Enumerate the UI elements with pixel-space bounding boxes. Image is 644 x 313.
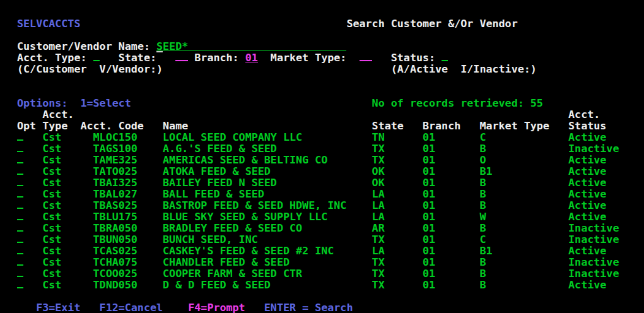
f3-exit-key[interactable]: F3=Exit bbox=[36, 302, 80, 313]
opt-input[interactable] bbox=[17, 143, 23, 152]
cell-branch: 01 bbox=[423, 177, 435, 188]
cell-branch: 01 bbox=[423, 188, 435, 199]
cell-acct-type: Cst bbox=[42, 199, 61, 211]
branch-label: Branch: bbox=[194, 52, 238, 63]
cell-state: TX bbox=[372, 143, 385, 154]
table-row: Cst TATO025 ATOKA FEED & SEED OK 01 B1 A… bbox=[0, 165, 644, 177]
table-row: Cst TAME325 AMERICAS SEED & BELTING CO T… bbox=[0, 154, 644, 165]
table-row: Cst TCHA075 CHANDLER FEED & SEED TX 01 B… bbox=[0, 256, 644, 268]
cell-market-type: B bbox=[479, 143, 486, 154]
cell-status: Active bbox=[568, 154, 606, 165]
cell-market-type: B bbox=[479, 268, 486, 279]
cell-name: LOCAL SEED COMPANY LLC bbox=[163, 131, 302, 143]
cell-acct-type: Cst bbox=[42, 256, 61, 268]
cell-state: TX bbox=[372, 279, 385, 290]
cell-status: Inactive bbox=[568, 222, 619, 233]
cell-state: TX bbox=[372, 154, 385, 165]
state-input[interactable] bbox=[175, 52, 188, 61]
cell-market-type: C bbox=[479, 131, 486, 143]
opt-input[interactable] bbox=[17, 188, 23, 198]
cell-name: AMERICAS SEED & BELTING CO bbox=[163, 154, 327, 165]
cell-state: LA bbox=[372, 199, 385, 211]
enter-search-key[interactable]: ENTER = Search bbox=[264, 302, 353, 313]
f12-cancel-key[interactable]: F12=Cancel bbox=[100, 302, 163, 313]
opt-input[interactable] bbox=[17, 256, 23, 266]
cell-branch: 01 bbox=[423, 268, 435, 279]
opt-input[interactable] bbox=[17, 233, 23, 243]
state-label: State: bbox=[119, 52, 156, 63]
cell-branch: 01 bbox=[423, 256, 435, 268]
opt-input[interactable] bbox=[17, 211, 23, 220]
cell-state: LA bbox=[372, 245, 385, 256]
cell-status: Active bbox=[568, 131, 606, 143]
function-keys-row: F3=Exit F12=Cancel F4=Prompt ENTER = Sea… bbox=[0, 302, 644, 313]
cell-name: A.G.'S FEED & SEED bbox=[163, 143, 277, 154]
name-search-row: Customer/Vendor Name: SEED* bbox=[0, 40, 644, 52]
filters-row: Acct. Type: State: Branch: 01 Market Typ… bbox=[0, 52, 644, 63]
cell-status: Active bbox=[568, 211, 606, 222]
opt-input[interactable] bbox=[17, 222, 23, 232]
cell-acct-code: MLOC150 bbox=[93, 131, 138, 143]
cell-name: CHANDLER FEED & SEED bbox=[163, 256, 290, 268]
cell-acct-type: Cst bbox=[42, 165, 61, 177]
cell-acct-type: Cst bbox=[42, 131, 61, 143]
cell-acct-type: Cst bbox=[42, 222, 61, 233]
status-label: Status: bbox=[391, 52, 435, 63]
cell-status: Active bbox=[568, 199, 606, 211]
cell-market-type: B bbox=[479, 222, 486, 233]
opt-input[interactable] bbox=[17, 279, 23, 288]
table-row: Cst TAGS100 A.G.'S FEED & SEED TX 01 B I… bbox=[0, 143, 644, 154]
table-row: Cst TBLU175 BLUE SKY SEED & SUPPLY LLC L… bbox=[0, 211, 644, 222]
opt-input[interactable] bbox=[17, 154, 23, 163]
cell-name: BALL FEED & SEED bbox=[163, 188, 264, 199]
options-label: Options: bbox=[17, 97, 67, 109]
cell-branch: 01 bbox=[423, 154, 435, 165]
cell-status: Inactive bbox=[568, 256, 619, 268]
col-header-market-type: Market Type bbox=[479, 120, 549, 131]
cell-name: BAILEY FEED N SEED bbox=[163, 177, 277, 188]
acct-type-hint: (C/Customer V/Vendor:) bbox=[17, 63, 163, 74]
status-input[interactable] bbox=[442, 52, 448, 61]
opt-input[interactable] bbox=[17, 268, 23, 277]
cell-market-type: W bbox=[479, 211, 486, 222]
cell-state: TX bbox=[372, 256, 385, 268]
cell-acct-code: TBAL027 bbox=[93, 188, 138, 199]
cell-branch: 01 bbox=[423, 222, 435, 233]
cell-status: Active bbox=[568, 165, 606, 177]
table-header-top-row: Acct. Acct. bbox=[0, 109, 644, 120]
program-id: SELVCACCTS bbox=[17, 18, 80, 29]
market-type-label: Market Type: bbox=[271, 52, 347, 63]
cell-status: Active bbox=[568, 188, 606, 199]
acct-type-input[interactable] bbox=[93, 52, 100, 61]
col-header-branch: Branch bbox=[423, 120, 460, 131]
cell-name: ATOKA FEED & SEED bbox=[163, 165, 271, 177]
opt-input[interactable] bbox=[17, 245, 23, 254]
records-retrieved-count: No of records retrieved: 55 bbox=[372, 97, 543, 109]
option-select-label: 1=Select bbox=[80, 97, 131, 109]
cell-status: Active bbox=[568, 245, 606, 256]
f4-prompt-key[interactable]: F4=Prompt bbox=[188, 302, 245, 313]
opt-input[interactable] bbox=[17, 199, 23, 209]
name-input[interactable]: SEED* bbox=[156, 40, 346, 51]
market-type-input[interactable] bbox=[360, 52, 372, 61]
cell-market-type: B1 bbox=[479, 245, 492, 256]
col-header-acct-type: Type bbox=[42, 120, 67, 131]
cell-acct-type: Cst bbox=[42, 154, 61, 165]
cell-status: Inactive bbox=[568, 143, 619, 154]
cell-branch: 01 bbox=[423, 279, 435, 290]
options-row: Options: 1=Select No of records retrieve… bbox=[0, 97, 644, 109]
cell-state: TN bbox=[372, 131, 385, 143]
cell-market-type: B1 bbox=[479, 165, 492, 177]
table-row: Cst TBRA050 BRADLEY FEED & SEED CO AR 01… bbox=[0, 222, 644, 233]
opt-input[interactable] bbox=[17, 165, 23, 175]
col-header-name: Name bbox=[163, 120, 188, 131]
opt-input[interactable] bbox=[17, 177, 23, 186]
branch-input[interactable]: 01 bbox=[245, 52, 258, 62]
screen-title: Search Customer &/Or Vendor bbox=[346, 18, 517, 29]
cell-branch: 01 bbox=[423, 165, 435, 177]
table-row: Cst TBAL027 BALL FEED & SEED LA 01 B Act… bbox=[0, 188, 644, 199]
name-field-label: Customer/Vendor Name: bbox=[17, 40, 150, 52]
opt-input[interactable] bbox=[17, 131, 23, 141]
cell-market-type: B bbox=[479, 188, 486, 199]
cell-acct-code: TBUN050 bbox=[93, 233, 138, 245]
